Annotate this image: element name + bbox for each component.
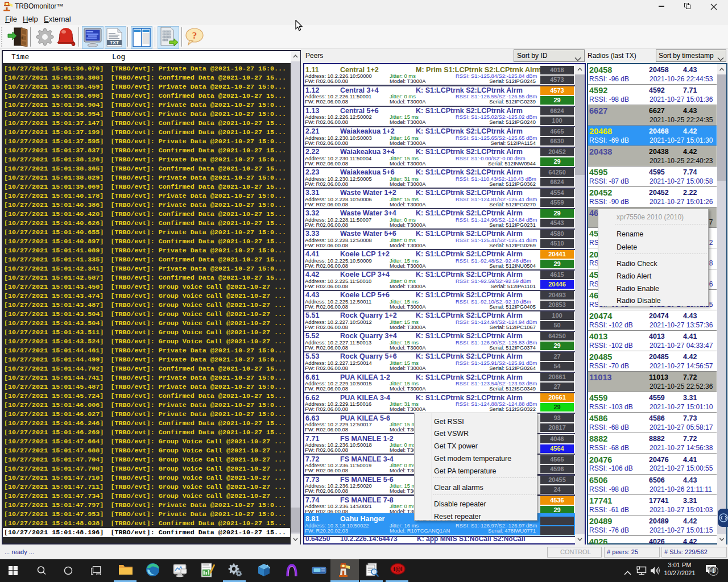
svg-text:t@l: t@l [394, 566, 403, 572]
svg-text:TXT: TXT [110, 40, 119, 45]
svg-text:?: ? [192, 30, 197, 41]
